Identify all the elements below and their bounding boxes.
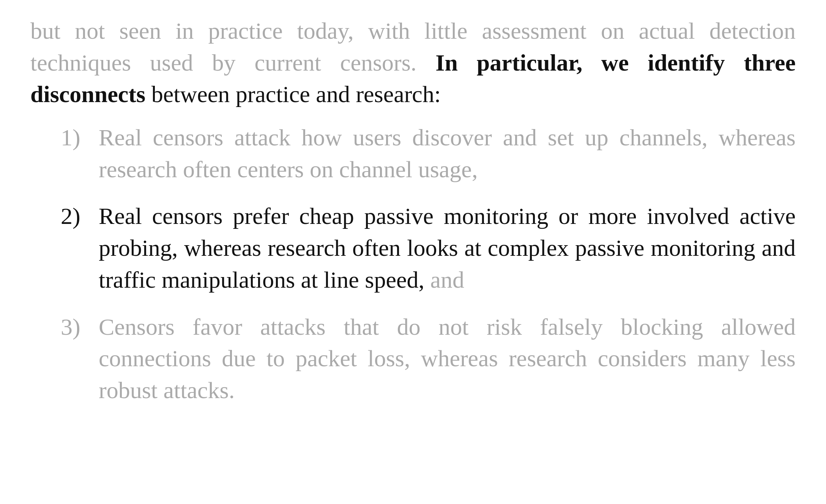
intro-text-black-normal: between practice and research: xyxy=(145,81,441,107)
list-number-2: 2) xyxy=(61,200,99,232)
list-item-1: 1) Real censors attack how users discove… xyxy=(61,122,796,185)
list-item-2: 2) Real censors prefer cheap passive mon… xyxy=(61,200,796,296)
disconnects-word: disconnects xyxy=(30,81,145,107)
list-container: 1) Real censors attack how users discove… xyxy=(30,122,796,406)
gray-and-text: and xyxy=(430,267,464,293)
list-item-3: 3) Censors favor attacks that do not ris… xyxy=(61,311,796,406)
list-text-3: Censors favor attacks that do not risk f… xyxy=(99,311,796,406)
content-wrapper: but not seen in practice today, with lit… xyxy=(30,15,796,422)
list-number-1: 1) xyxy=(61,122,99,154)
list-number-3: 3) xyxy=(61,311,99,343)
list-text-1: Real censors attack how users discover a… xyxy=(99,122,796,185)
intro-paragraph: but not seen in practice today, with lit… xyxy=(30,15,796,110)
list-text-2: Real censors prefer cheap passive monito… xyxy=(99,200,796,296)
